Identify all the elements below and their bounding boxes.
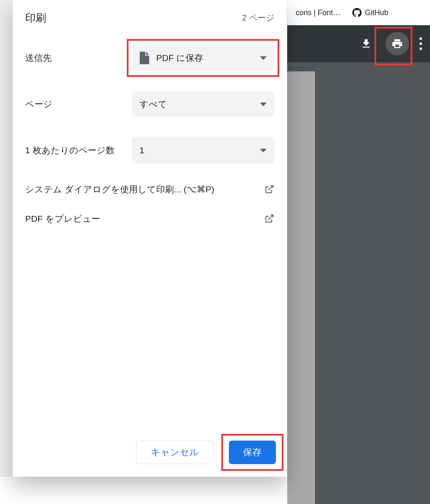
system-dialog-label: システム ダイアログを使用して印刷... (⌥⌘P) bbox=[25, 184, 214, 195]
chevron-down-icon bbox=[260, 102, 267, 106]
external-link-icon bbox=[264, 184, 274, 194]
dialog-title: 印刷 bbox=[25, 11, 46, 25]
dialog-backdrop bbox=[0, 0, 13, 477]
pages-per-sheet-label: 1 枚あたりのページ数 bbox=[25, 144, 132, 157]
tab-label: GitHub bbox=[365, 8, 388, 17]
github-icon bbox=[352, 8, 362, 17]
pdf-preview-label: PDF をプレビュー bbox=[25, 213, 100, 225]
tab-item-fontawesome[interactable]: cons | Font… bbox=[291, 8, 345, 17]
destination-select[interactable]: PDF に保存 bbox=[132, 45, 274, 71]
annotation-highlight-print bbox=[375, 27, 412, 66]
pdf-viewer-background bbox=[322, 62, 430, 504]
download-icon bbox=[360, 38, 372, 50]
pages-label: ページ bbox=[25, 97, 132, 111]
more-menu-button[interactable] bbox=[417, 36, 425, 51]
file-icon bbox=[139, 52, 149, 64]
external-link-icon bbox=[264, 214, 274, 224]
annotation-highlight-destination: PDF に保存 bbox=[127, 39, 279, 77]
tab-label: cons | Font… bbox=[296, 8, 341, 17]
system-dialog-link[interactable]: システム ダイアログを使用して印刷... (⌥⌘P) bbox=[25, 184, 274, 195]
more-icon bbox=[420, 37, 422, 40]
chevron-down-icon bbox=[260, 56, 267, 60]
cancel-label: キャンセル bbox=[151, 446, 199, 459]
annotation-highlight-save: 保存 bbox=[221, 434, 283, 471]
pages-select[interactable]: すべて bbox=[132, 91, 274, 117]
tab-item-github[interactable]: GitHub bbox=[348, 8, 393, 17]
pages-per-sheet-select[interactable]: 1 bbox=[132, 137, 274, 163]
pdf-preview-page bbox=[287, 71, 315, 504]
chevron-down-icon bbox=[260, 149, 267, 152]
pages-value: すべて bbox=[139, 98, 167, 110]
cancel-button[interactable]: キャンセル bbox=[136, 441, 214, 464]
page-count: 2 ページ bbox=[242, 12, 274, 24]
pages-per-sheet-value: 1 bbox=[139, 145, 144, 155]
destination-label: 送信先 bbox=[25, 51, 132, 65]
destination-value: PDF に保存 bbox=[156, 52, 203, 64]
pdf-preview-link[interactable]: PDF をプレビュー bbox=[25, 213, 274, 225]
save-button[interactable]: 保存 bbox=[229, 441, 276, 464]
browser-tab-bar: cons | Font… GitHub bbox=[287, 0, 430, 25]
print-dialog: 印刷 2 ページ 送信先 PDF に保存 ページ bbox=[13, 0, 287, 477]
save-label: 保存 bbox=[243, 446, 262, 459]
